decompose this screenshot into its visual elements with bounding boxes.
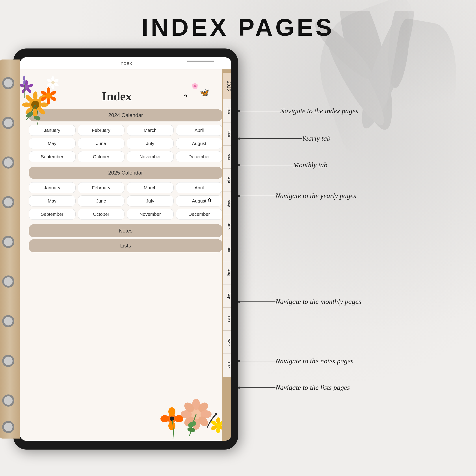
leaf-shadow-2 [375, 17, 467, 181]
annotation-text-notes-pages: Navigate to the notes pages [275, 357, 354, 365]
ring-10 [2, 421, 14, 433]
month-jul-2025[interactable]: July [127, 195, 174, 206]
annotation-text-index: Navigate to the index pages [280, 107, 358, 115]
ring-8 [2, 355, 14, 367]
month-oct-2025[interactable]: October [78, 209, 125, 220]
tab-oct[interactable]: Oct [223, 307, 231, 331]
months-2024-grid: January February March April May June Ju… [29, 125, 222, 162]
month-aug-2024[interactable]: August [176, 138, 223, 149]
calendar-2024-block: 2024 Calendar January February March Apr… [20, 109, 231, 162]
annotation-text-lists-pages: Navigate to the lists pages [275, 383, 350, 391]
month-mar-2025[interactable]: March [127, 182, 174, 193]
tab-jan[interactable]: Jan [223, 99, 231, 122]
annotation-line-yearly-tab [240, 138, 302, 139]
month-oct-2024[interactable]: October [78, 151, 125, 162]
month-sep-2025[interactable]: September [29, 209, 76, 220]
annotation-dot-monthly-tab [238, 164, 240, 166]
ring-9 [2, 394, 14, 407]
month-jun-2024[interactable]: June [78, 138, 125, 149]
months-2025-grid: January February March April May June Ju… [29, 182, 222, 220]
flower-scatter-1: 🌸 [191, 83, 198, 89]
ring-4 [2, 196, 14, 208]
annotation-text-monthly-pages: Navigate to the monthly pages [275, 298, 361, 306]
annotation-dot-notes-pages [238, 360, 240, 362]
month-aug-2025[interactable]: August [176, 195, 223, 206]
month-apr-2024[interactable]: April [176, 125, 223, 136]
month-nov-2025[interactable]: November [127, 209, 174, 220]
tab-jul[interactable]: Jul [223, 238, 231, 261]
month-dec-2024[interactable]: December [176, 151, 223, 162]
annotation-dot-yearly-pages [238, 195, 240, 197]
tab-aug[interactable]: Aug [223, 261, 231, 284]
annotation-index-pages: Navigate to the index pages [238, 107, 358, 115]
lists-button[interactable]: Lists [29, 239, 222, 252]
tab-feb[interactable]: Feb [223, 122, 231, 145]
tablet-shell: Index [13, 49, 238, 450]
tablet-screen: Index [20, 57, 231, 441]
butterfly-decoration: 🦋 [200, 88, 209, 97]
calendar-2024-label[interactable]: 2024 Calendar [29, 109, 222, 121]
calendar-2025-block: 2025 Calendar January February March Apr… [20, 167, 231, 220]
header-text: Index [119, 60, 132, 66]
annotation-monthly-pages: Navigate to the monthly pages [238, 298, 361, 306]
ring-3 [2, 156, 14, 169]
ring-6 [2, 275, 14, 288]
annotation-notes-pages: Navigate to the notes pages [238, 357, 354, 365]
ring-1 [2, 77, 14, 89]
annotation-text-yearly-tab: Yearly tab [302, 135, 331, 143]
page-title: INDEX PAGES [0, 13, 476, 41]
annotation-text-yearly-pages: Navigate to the yearly pages [275, 192, 356, 200]
tab-strip: 2025 Jan Feb Mar Apr May Jun Jul Aug Sep… [222, 68, 231, 441]
month-jan-2025[interactable]: January [29, 182, 76, 193]
annotation-dot-yearly-tab [238, 137, 240, 140]
month-may-2024[interactable]: May [29, 138, 76, 149]
binder-spine [0, 60, 20, 439]
month-may-2025[interactable]: May [29, 195, 76, 206]
tab-2025[interactable]: 2025 [223, 73, 231, 99]
planner-page: Index [20, 57, 231, 441]
tab-dec[interactable]: Dec [223, 354, 231, 377]
ring-7 [2, 315, 14, 327]
tab-jun[interactable]: Jun [223, 215, 231, 238]
annotation-line-monthly-tab [240, 165, 293, 165]
month-nov-2024[interactable]: November [127, 151, 174, 162]
ring-5 [2, 236, 14, 248]
annotation-dot-index [238, 110, 240, 112]
annotation-dot-monthly-pages [238, 301, 240, 303]
ring-2 [2, 117, 14, 129]
tab-apr[interactable]: Apr [223, 169, 231, 192]
tab-sep[interactable]: Sep [223, 284, 231, 307]
calendar-2025-label[interactable]: 2025 Calendar [29, 167, 222, 179]
tab-may[interactable]: May [223, 192, 231, 215]
tab-nov[interactable]: Nov [223, 331, 231, 354]
page-header: Index [20, 57, 231, 69]
annotation-yearly-pages: Navigate to the yearly pages [238, 192, 356, 200]
flower-scatter-2: ✿ [184, 94, 187, 99]
annotation-line-yearly-pages [240, 196, 275, 196]
tab-mar[interactable]: Mar [223, 145, 231, 169]
annotation-line-notes-pages [240, 361, 275, 361]
month-feb-2025[interactable]: February [78, 182, 125, 193]
annotation-yearly-tab: Yearly tab [238, 135, 331, 143]
daisy-decoration: ✿ [208, 197, 212, 203]
month-mar-2024[interactable]: March [127, 125, 174, 136]
month-jan-2024[interactable]: January [29, 125, 76, 136]
annotation-text-monthly-tab: Monthly tab [293, 161, 327, 169]
annotation-monthly-tab: Monthly tab [238, 161, 327, 169]
annotation-lists-pages: Navigate to the lists pages [238, 383, 350, 391]
month-dec-2025[interactable]: December [176, 209, 223, 220]
notes-button[interactable]: Notes [29, 224, 222, 237]
annotation-line-index [240, 111, 280, 111]
month-jun-2025[interactable]: June [78, 195, 125, 206]
annotation-dot-lists-pages [238, 387, 240, 389]
month-feb-2024[interactable]: February [78, 125, 125, 136]
annotation-line-monthly-pages [240, 302, 275, 302]
annotation-line-lists-pages [240, 387, 275, 388]
month-sep-2024[interactable]: September [29, 151, 76, 162]
month-jul-2024[interactable]: July [127, 138, 174, 149]
planner-content: Index 🦋 🌸 ✿ 2024 Calendar January Februa… [20, 69, 231, 441]
month-apr-2025[interactable]: April [176, 182, 223, 193]
